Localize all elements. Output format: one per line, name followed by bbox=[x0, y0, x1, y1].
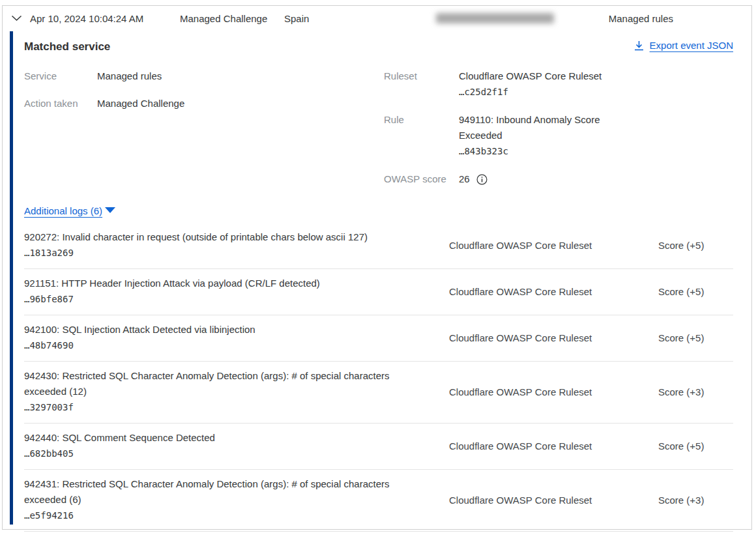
expand-toggle[interactable] bbox=[3, 15, 30, 22]
field-service: Service Managed rules bbox=[24, 68, 384, 84]
log-ruleset: Cloudflare OWASP Core Ruleset bbox=[449, 495, 612, 506]
field-owasp-score-label: OWASP score bbox=[384, 171, 459, 187]
export-event-json-link[interactable]: Export event JSON bbox=[634, 38, 733, 51]
log-hash: …96bfe867 bbox=[24, 291, 415, 308]
event-country: Spain bbox=[284, 13, 436, 24]
log-description: 942430: Restricted SQL Character Anomaly… bbox=[24, 368, 405, 399]
panel-title: Matched service bbox=[24, 38, 110, 53]
caret-down-icon[interactable] bbox=[105, 207, 115, 213]
field-rule: Rule 949110: Inbound Anomaly Score Excee… bbox=[384, 112, 733, 160]
log-ruleset: Cloudflare OWASP Core Ruleset bbox=[449, 386, 612, 397]
log-score: Score (+5) bbox=[658, 240, 733, 251]
field-ruleset-hash: …c25d2f1f bbox=[459, 84, 602, 100]
field-action-taken-value: Managed Challenge bbox=[97, 96, 184, 111]
log-hash: …e5f94216 bbox=[24, 508, 415, 524]
firewall-event-card: Apr 10, 2024 10:04:24 AM Managed Challen… bbox=[2, 5, 752, 530]
log-row: 942440: SQL Comment Sequence Detected …6… bbox=[24, 424, 733, 470]
field-service-value: Managed rules bbox=[97, 68, 162, 84]
log-row: 942100: SQL Injection Attack Detected vi… bbox=[24, 315, 733, 362]
export-event-json-label: Export event JSON bbox=[650, 40, 733, 51]
field-ruleset-label: Ruleset bbox=[384, 68, 459, 100]
log-score: Score (+3) bbox=[658, 495, 733, 506]
field-ruleset-value: Cloudflare OWASP Core Ruleset bbox=[459, 68, 602, 84]
log-ruleset: Cloudflare OWASP Core Ruleset bbox=[449, 332, 612, 343]
log-row: 920272: Invalid character in request (ou… bbox=[24, 223, 733, 269]
redacted-host bbox=[436, 13, 554, 23]
event-row-header[interactable]: Apr 10, 2024 10:04:24 AM Managed Challen… bbox=[3, 6, 751, 31]
field-rule-hash: …843b323c bbox=[459, 143, 614, 160]
field-owasp-score-value: 26 bbox=[459, 171, 470, 187]
log-description: 942100: SQL Injection Attack Detected vi… bbox=[24, 322, 405, 338]
event-action: Managed Challenge bbox=[180, 13, 284, 24]
log-row: 942431: Restricted SQL Character Anomaly… bbox=[24, 470, 733, 532]
log-score: Score (+5) bbox=[658, 332, 733, 343]
download-icon bbox=[634, 40, 644, 51]
info-icon[interactable] bbox=[476, 174, 487, 185]
field-action-taken-label: Action taken bbox=[24, 96, 97, 111]
event-detail-panel: Matched service Export event JSON Servic… bbox=[3, 31, 751, 530]
field-rule-label: Rule bbox=[384, 112, 459, 160]
event-service: Managed rules bbox=[609, 13, 673, 24]
event-timestamp: Apr 10, 2024 10:04:24 AM bbox=[30, 13, 180, 24]
log-description: 942431: Restricted SQL Character Anomaly… bbox=[24, 476, 405, 508]
field-ruleset: Ruleset Cloudflare OWASP Core Ruleset …c… bbox=[384, 68, 733, 100]
log-score: Score (+3) bbox=[658, 386, 733, 397]
log-description: 942440: SQL Comment Sequence Detected bbox=[24, 430, 405, 446]
log-row: 942430: Restricted SQL Character Anomaly… bbox=[24, 362, 733, 424]
log-ruleset: Cloudflare OWASP Core Ruleset bbox=[449, 440, 612, 452]
log-row: 921151: HTTP Header Injection Attack via… bbox=[24, 269, 733, 315]
log-description: 920272: Invalid character in request (ou… bbox=[24, 229, 405, 245]
log-hash: …682bb405 bbox=[24, 446, 415, 462]
log-ruleset: Cloudflare OWASP Core Ruleset bbox=[449, 240, 612, 251]
log-description: 921151: HTTP Header Injection Attack via… bbox=[24, 276, 405, 291]
log-score: Score (+5) bbox=[658, 440, 733, 452]
additional-logs-list: 920272: Invalid character in request (ou… bbox=[24, 223, 733, 532]
field-rule-value: 949110: Inbound Anomaly Score Exceeded bbox=[459, 112, 614, 143]
log-score: Score (+5) bbox=[658, 286, 733, 297]
log-hash: …1813a269 bbox=[24, 245, 415, 261]
field-service-label: Service bbox=[24, 68, 97, 84]
additional-logs-link[interactable]: Additional logs (6) bbox=[24, 205, 102, 216]
chevron-down-icon bbox=[11, 15, 22, 22]
log-ruleset: Cloudflare OWASP Core Ruleset bbox=[449, 286, 612, 297]
field-owasp-score: OWASP score 26 bbox=[384, 171, 733, 187]
log-hash: …3297003f bbox=[24, 399, 415, 416]
log-hash: …48b74690 bbox=[24, 338, 415, 354]
field-action-taken: Action taken Managed Challenge bbox=[24, 96, 384, 111]
accent-bar bbox=[10, 31, 13, 525]
